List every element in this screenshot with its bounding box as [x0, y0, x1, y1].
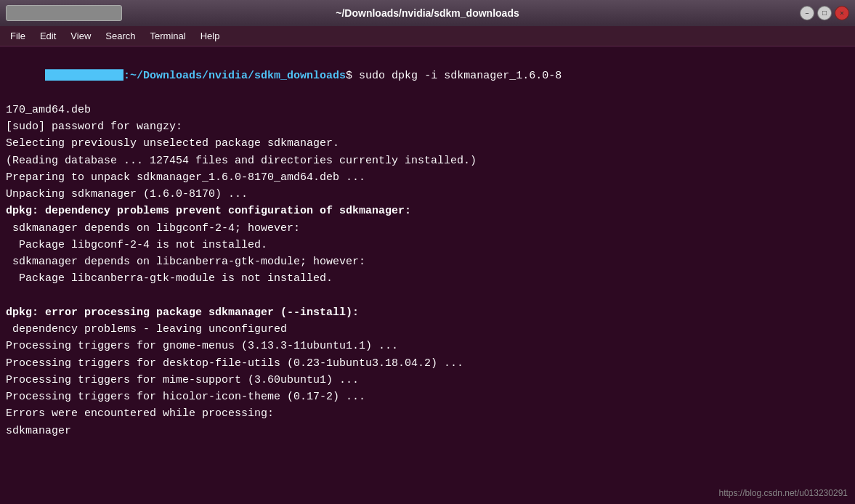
terminal-line: Processing triggers for desktop-file-uti… [6, 355, 849, 372]
terminal-window: ~/Downloads/nvidia/sdkm_downloads – □ ✕ … [0, 0, 855, 504]
maximize-button[interactable]: □ [817, 6, 832, 20]
menu-terminal[interactable]: Terminal [145, 28, 192, 44]
menu-edit[interactable]: Edit [34, 28, 62, 44]
terminal-line: Errors were encountered while processing… [6, 405, 849, 422]
menu-help[interactable]: Help [195, 28, 226, 44]
terminal-line: [sudo] password for wangzy: [6, 118, 849, 135]
terminal-line-empty [6, 288, 849, 304]
prompt-dollar: $ sudo dpkg -i sdkmanager_1.6.0-8 [346, 70, 562, 82]
terminal-line: Processing triggers for hicolor-icon-the… [6, 389, 849, 405]
terminal-line-bold: dpkg: dependency problems prevent config… [6, 203, 849, 219]
minimize-button[interactable]: – [800, 6, 814, 20]
terminal-body[interactable]: ████████████:~/Downloads/nvidia/sdkm_dow… [0, 46, 855, 504]
prompt-username: ████████████ [45, 70, 123, 82]
window-title: ~/Downloads/nvidia/sdkm_downloads [336, 7, 519, 19]
close-button[interactable]: ✕ [835, 6, 849, 20]
terminal-line: Processing triggers for gnome-menus (3.1… [6, 338, 849, 354]
prompt-path: :~/Downloads/nvidia/sdkm_downloads [123, 70, 346, 82]
menu-view[interactable]: View [65, 28, 97, 44]
terminal-line-bold: dpkg: error processing package sdkmanage… [6, 304, 849, 321]
terminal-line: sdkmanager depends on libcanberra-gtk-mo… [6, 253, 849, 270]
menu-search[interactable]: Search [100, 28, 141, 44]
terminal-line: (Reading database ... 127454 files and d… [6, 153, 849, 169]
terminal-line: Package libcanberra-gtk-module is not in… [6, 270, 849, 287]
window-controls: – □ ✕ [800, 6, 849, 20]
terminal-line: sdkmanager depends on libgconf-2-4; howe… [6, 220, 849, 237]
title-bar: ~/Downloads/nvidia/sdkm_downloads – □ ✕ [0, 0, 855, 26]
terminal-line: 170_amd64.deb [6, 102, 849, 118]
watermark: https://blog.csdn.net/u013230291 [719, 488, 848, 498]
terminal-line: Preparing to unpack sdkmanager_1.6.0-817… [6, 169, 849, 186]
title-search-box[interactable] [6, 5, 122, 21]
terminal-line: dependency problems - leaving unconfigur… [6, 321, 849, 338]
terminal-line: sdkmanager [6, 423, 849, 439]
terminal-line: Package libgconf-2-4 is not installed. [6, 237, 849, 253]
title-bar-left [6, 5, 122, 21]
terminal-line: Processing triggers for mime-support (3.… [6, 372, 849, 389]
menu-file[interactable]: File [4, 28, 31, 44]
terminal-line: Unpacking sdkmanager (1.6.0-8170) ... [6, 186, 849, 203]
terminal-prompt-line: ████████████:~/Downloads/nvidia/sdkm_dow… [6, 51, 849, 102]
terminal-line: Selecting previously unselected package … [6, 135, 849, 152]
menu-bar: File Edit View Search Terminal Help [0, 26, 855, 46]
